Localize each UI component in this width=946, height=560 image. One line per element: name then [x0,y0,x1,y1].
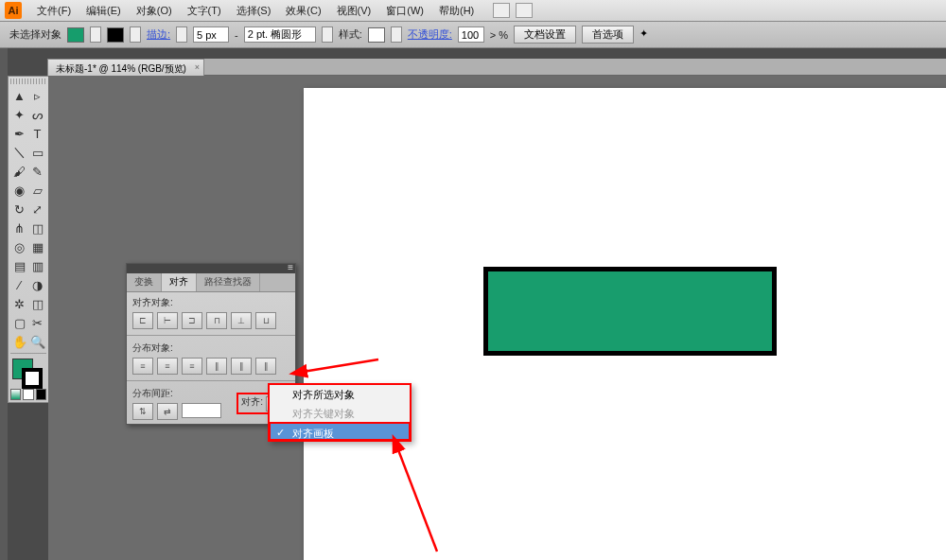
tools-panel: ▲▹ ✦ᔕ ✒T ＼▭ 🖌✎ ◉▱ ↻⤢ ⋔◫ ◎▦ ▤▥ ⁄◑ ✲◫ ▢✂ ✋… [8,76,49,403]
popup-align-key-object: 对齐关键对象 [270,404,410,423]
stroke-weight-stepper[interactable] [176,26,187,43]
dist-hcenter-button[interactable]: ‖ [231,358,252,375]
menu-help[interactable]: 帮助(H) [431,1,482,21]
type-tool[interactable]: T [28,124,46,143]
free-transform-tool[interactable]: ◫ [28,219,46,237]
stroke-dropdown[interactable] [130,26,141,43]
align-bottom-button[interactable]: ⊔ [255,312,276,329]
panel-header[interactable] [127,264,295,273]
stroke-color[interactable] [22,368,43,389]
rectangle-tool[interactable]: ▭ [28,143,46,162]
document-tab[interactable]: 未标题-1* @ 114% (RGB/预览) × [47,59,204,76]
tab-transform[interactable]: 变换 [127,272,162,291]
close-icon[interactable]: × [195,62,200,72]
align-left-button[interactable]: ⊏ [132,312,153,329]
shape-builder-tool[interactable]: ◎ [10,237,28,256]
menu-object[interactable]: 对象(O) [129,1,180,21]
pen-tool[interactable]: ✒ [10,124,28,143]
menu-file[interactable]: 文件(F) [29,1,79,21]
perspective-grid-tool[interactable]: ▦ [28,237,46,256]
stroke-swatch[interactable] [107,27,124,43]
pencil-tool[interactable]: ✎ [28,162,46,181]
stroke-weight-input[interactable] [193,26,229,43]
blob-brush-tool[interactable]: ◉ [10,181,28,200]
menu-window[interactable]: 窗口(W) [378,1,431,21]
distribute-spacing-label: 分布间距: [132,387,221,400]
zoom-tool[interactable]: 🔍 [28,332,46,351]
stroke-label[interactable]: 描边: [147,27,170,42]
rectangle-shape[interactable] [483,267,777,356]
dist-left-button[interactable]: ‖ [206,358,227,375]
align-vcenter-button[interactable]: ⊥ [231,312,252,329]
align-hcenter-button[interactable]: ⊢ [157,312,178,329]
tab-pathfinder[interactable]: 路径查找器 [197,272,260,291]
fill-stroke-control[interactable] [10,357,46,387]
dist-right-button[interactable]: ‖ [255,358,276,375]
brush-dropdown[interactable] [322,26,333,43]
align-to-label: 对齐: [241,395,263,409]
blend-tool[interactable]: ◑ [28,275,46,294]
document-setup-button[interactable]: 文档设置 [514,26,576,44]
align-top-button[interactable]: ⊓ [206,312,227,329]
menu-select[interactable]: 选择(S) [229,1,279,21]
menu-view[interactable]: 视图(V) [329,1,379,21]
panel-grip[interactable] [10,79,46,84]
popup-align-selection[interactable]: 对齐所选对象 [270,385,410,404]
style-dropdown[interactable] [391,26,402,43]
menubar-toggle-icon-1[interactable] [493,3,510,18]
fill-swatch[interactable] [67,27,84,43]
opacity-input[interactable] [458,26,484,43]
line-tool[interactable]: ＼ [10,143,28,162]
slice-tool[interactable]: ✂ [28,313,46,332]
symbol-sprayer-tool[interactable]: ✲ [10,294,28,313]
preferences-button[interactable]: 首选项 [582,26,634,44]
document-tab-bar: 未标题-1* @ 114% (RGB/预览) × [47,59,946,76]
scale-tool[interactable]: ⤢ [28,200,46,219]
align-right-button[interactable]: ⊐ [182,312,202,329]
eraser-tool[interactable]: ▱ [28,181,46,200]
mesh-tool[interactable]: ▤ [10,256,28,275]
menu-type[interactable]: 文字(T) [180,1,229,21]
none-color-icon[interactable] [23,389,33,400]
tab-align[interactable]: 对齐 [162,271,197,291]
panel-tabs: 变换 对齐 路径查找器 [127,273,295,292]
menu-effect[interactable]: 效果(C) [278,1,328,21]
rotate-tool[interactable]: ↻ [10,200,28,219]
menu-edit[interactable]: 编辑(E) [79,1,129,21]
dist-bottom-button[interactable]: ≡ [182,358,202,375]
eyedropper-tool[interactable]: ⁄ [10,275,28,294]
left-dock-edge [0,48,8,560]
align-to-popup: 对齐所选对象 对齐关键对象 对齐画板 [268,383,412,442]
align-objects-label: 对齐对象: [132,296,289,309]
wand-icon[interactable]: ✦ [639,27,657,43]
app-icon: Ai [5,2,22,19]
default-color-icon[interactable] [36,389,46,400]
dist-space-h-button[interactable]: ⇄ [157,403,178,420]
selection-tool[interactable]: ▲ [10,86,28,105]
no-selection-label: 未选择对象 [9,27,61,42]
opacity-unit: > % [490,29,508,41]
lasso-tool[interactable]: ᔕ [28,105,46,124]
style-label: 样式: [339,27,362,42]
width-tool[interactable]: ⋔ [10,219,28,237]
menubar-toggle-icon-2[interactable] [516,3,533,18]
popup-align-artboard[interactable]: 对齐画板 [269,422,411,441]
magic-wand-tool[interactable]: ✦ [10,105,28,124]
hand-tool[interactable]: ✋ [10,332,28,351]
brush-dash: - [235,29,238,41]
spacing-input[interactable] [182,403,221,418]
style-swatch[interactable] [368,27,385,43]
gradient-tool[interactable]: ▥ [28,256,46,275]
dist-vcenter-button[interactable]: ≡ [157,358,178,375]
direct-selection-tool[interactable]: ▹ [28,86,46,105]
graph-tool[interactable]: ◫ [28,294,46,313]
artboard[interactable] [304,88,946,560]
opacity-label[interactable]: 不透明度: [408,27,452,42]
paintbrush-tool[interactable]: 🖌 [10,162,28,181]
dist-space-v-button[interactable]: ⇅ [132,403,153,420]
artboard-tool[interactable]: ▢ [10,313,28,332]
fill-dropdown[interactable] [90,26,101,43]
dist-top-button[interactable]: ≡ [132,358,153,375]
brush-input[interactable] [244,26,316,43]
color-mode-icon[interactable] [10,389,21,400]
